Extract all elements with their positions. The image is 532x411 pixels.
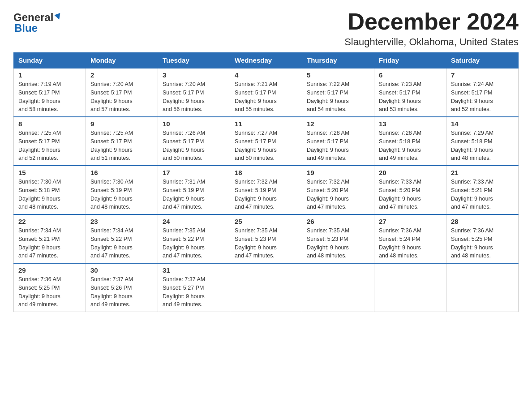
title-area: December 2024 Slaughterville, Oklahoma, … [344, 9, 519, 48]
logo-blue: Blue [13, 22, 38, 34]
calendar-cell: 9Sunrise: 7:25 AM Sunset: 5:17 PM Daylig… [86, 117, 158, 166]
day-info: Sunrise: 7:36 AM Sunset: 5:24 PM Dayligh… [379, 227, 442, 260]
day-info: Sunrise: 7:20 AM Sunset: 5:17 PM Dayligh… [90, 80, 153, 114]
weekday-header-thursday: Thursday [302, 53, 374, 68]
day-info: Sunrise: 7:34 AM Sunset: 5:22 PM Dayligh… [90, 227, 153, 260]
day-info: Sunrise: 7:30 AM Sunset: 5:18 PM Dayligh… [18, 178, 81, 211]
day-info: Sunrise: 7:25 AM Sunset: 5:17 PM Dayligh… [90, 129, 153, 163]
calendar-cell: 15Sunrise: 7:30 AM Sunset: 5:18 PM Dayli… [14, 166, 86, 214]
day-number: 31 [163, 266, 225, 274]
day-info: Sunrise: 7:35 AM Sunset: 5:22 PM Dayligh… [163, 227, 225, 260]
day-info: Sunrise: 7:31 AM Sunset: 5:19 PM Dayligh… [163, 178, 225, 211]
day-number: 7 [451, 71, 514, 79]
calendar-cell: 24Sunrise: 7:35 AM Sunset: 5:22 PM Dayli… [158, 214, 230, 263]
calendar-body: 1Sunrise: 7:19 AM Sunset: 5:17 PM Daylig… [14, 68, 519, 312]
day-number: 9 [90, 120, 153, 128]
calendar-cell: 26Sunrise: 7:35 AM Sunset: 5:23 PM Dayli… [302, 214, 374, 263]
calendar-cell: 28Sunrise: 7:36 AM Sunset: 5:25 PM Dayli… [446, 214, 519, 263]
weekday-header-tuesday: Tuesday [158, 53, 230, 68]
header: General Blue December 2024 Slaughtervill… [13, 9, 519, 48]
day-info: Sunrise: 7:27 AM Sunset: 5:17 PM Dayligh… [235, 129, 297, 163]
day-number: 4 [235, 71, 297, 79]
calendar-week-row: 29Sunrise: 7:36 AM Sunset: 5:25 PM Dayli… [14, 263, 519, 312]
calendar-cell: 5Sunrise: 7:22 AM Sunset: 5:17 PM Daylig… [302, 68, 374, 117]
calendar-cell [374, 263, 446, 312]
weekday-header-sunday: Sunday [14, 53, 86, 68]
calendar-cell: 10Sunrise: 7:26 AM Sunset: 5:17 PM Dayli… [158, 117, 230, 166]
weekday-header-row: SundayMondayTuesdayWednesdayThursdayFrid… [14, 53, 519, 68]
day-number: 11 [235, 120, 297, 128]
calendar-week-row: 1Sunrise: 7:19 AM Sunset: 5:17 PM Daylig… [14, 68, 519, 117]
day-number: 18 [235, 169, 297, 176]
calendar-cell: 30Sunrise: 7:37 AM Sunset: 5:26 PM Dayli… [86, 263, 158, 312]
logo: General Blue [13, 9, 61, 34]
day-number: 10 [163, 120, 225, 128]
calendar-cell: 25Sunrise: 7:35 AM Sunset: 5:23 PM Dayli… [230, 214, 302, 263]
day-info: Sunrise: 7:22 AM Sunset: 5:17 PM Dayligh… [307, 80, 369, 114]
day-info: Sunrise: 7:21 AM Sunset: 5:17 PM Dayligh… [235, 80, 297, 114]
day-info: Sunrise: 7:36 AM Sunset: 5:25 PM Dayligh… [451, 227, 514, 260]
day-info: Sunrise: 7:26 AM Sunset: 5:17 PM Dayligh… [163, 129, 225, 163]
calendar-cell: 21Sunrise: 7:33 AM Sunset: 5:21 PM Dayli… [446, 166, 519, 214]
calendar-cell: 6Sunrise: 7:23 AM Sunset: 5:17 PM Daylig… [374, 68, 446, 117]
day-number: 15 [18, 169, 81, 176]
day-number: 6 [379, 71, 442, 79]
day-info: Sunrise: 7:29 AM Sunset: 5:18 PM Dayligh… [451, 129, 514, 163]
day-number: 20 [379, 169, 442, 176]
page-subtitle: Slaughterville, Oklahoma, United States [344, 36, 519, 48]
calendar-cell: 19Sunrise: 7:32 AM Sunset: 5:20 PM Dayli… [302, 166, 374, 214]
day-number: 12 [307, 120, 369, 128]
calendar-week-row: 22Sunrise: 7:34 AM Sunset: 5:21 PM Dayli… [14, 214, 519, 263]
day-info: Sunrise: 7:33 AM Sunset: 5:20 PM Dayligh… [379, 178, 442, 211]
weekday-header-friday: Friday [374, 53, 446, 68]
calendar-cell: 17Sunrise: 7:31 AM Sunset: 5:19 PM Dayli… [158, 166, 230, 214]
logo-triangle-icon [55, 13, 63, 20]
calendar-cell [302, 263, 374, 312]
day-info: Sunrise: 7:35 AM Sunset: 5:23 PM Dayligh… [307, 227, 369, 260]
day-number: 27 [379, 218, 442, 225]
calendar-cell: 2Sunrise: 7:20 AM Sunset: 5:17 PM Daylig… [86, 68, 158, 117]
day-number: 30 [90, 266, 153, 274]
day-info: Sunrise: 7:24 AM Sunset: 5:17 PM Dayligh… [451, 80, 514, 114]
day-number: 1 [18, 71, 81, 79]
calendar-cell: 29Sunrise: 7:36 AM Sunset: 5:25 PM Dayli… [14, 263, 86, 312]
day-info: Sunrise: 7:23 AM Sunset: 5:17 PM Dayligh… [379, 80, 442, 114]
day-info: Sunrise: 7:37 AM Sunset: 5:26 PM Dayligh… [90, 275, 153, 309]
day-number: 8 [18, 120, 81, 128]
day-number: 2 [90, 71, 153, 79]
day-number: 24 [163, 218, 225, 225]
calendar-week-row: 8Sunrise: 7:25 AM Sunset: 5:17 PM Daylig… [14, 117, 519, 166]
calendar-table: SundayMondayTuesdayWednesdayThursdayFrid… [13, 52, 519, 312]
day-info: Sunrise: 7:28 AM Sunset: 5:18 PM Dayligh… [379, 129, 442, 163]
day-info: Sunrise: 7:36 AM Sunset: 5:25 PM Dayligh… [18, 275, 81, 309]
day-info: Sunrise: 7:34 AM Sunset: 5:21 PM Dayligh… [18, 227, 81, 260]
calendar-cell: 31Sunrise: 7:37 AM Sunset: 5:27 PM Dayli… [158, 263, 230, 312]
calendar-cell: 20Sunrise: 7:33 AM Sunset: 5:20 PM Dayli… [374, 166, 446, 214]
calendar-cell: 16Sunrise: 7:30 AM Sunset: 5:19 PM Dayli… [86, 166, 158, 214]
day-number: 19 [307, 169, 369, 176]
day-info: Sunrise: 7:25 AM Sunset: 5:17 PM Dayligh… [18, 129, 81, 163]
calendar-cell: 1Sunrise: 7:19 AM Sunset: 5:17 PM Daylig… [14, 68, 86, 117]
weekday-header-monday: Monday [86, 53, 158, 68]
day-info: Sunrise: 7:32 AM Sunset: 5:19 PM Dayligh… [235, 178, 297, 211]
day-number: 25 [235, 218, 297, 225]
calendar-cell: 3Sunrise: 7:20 AM Sunset: 5:17 PM Daylig… [158, 68, 230, 117]
day-number: 5 [307, 71, 369, 79]
calendar-cell: 13Sunrise: 7:28 AM Sunset: 5:18 PM Dayli… [374, 117, 446, 166]
day-number: 22 [18, 218, 81, 225]
day-number: 16 [90, 169, 153, 176]
calendar-cell: 11Sunrise: 7:27 AM Sunset: 5:17 PM Dayli… [230, 117, 302, 166]
calendar-cell: 27Sunrise: 7:36 AM Sunset: 5:24 PM Dayli… [374, 214, 446, 263]
page-title: December 2024 [344, 9, 519, 34]
day-info: Sunrise: 7:35 AM Sunset: 5:23 PM Dayligh… [235, 227, 297, 260]
day-info: Sunrise: 7:30 AM Sunset: 5:19 PM Dayligh… [90, 178, 153, 211]
day-number: 14 [451, 120, 514, 128]
weekday-header-saturday: Saturday [446, 53, 519, 68]
day-number: 29 [18, 266, 81, 274]
calendar-cell: 18Sunrise: 7:32 AM Sunset: 5:19 PM Dayli… [230, 166, 302, 214]
calendar-cell: 8Sunrise: 7:25 AM Sunset: 5:17 PM Daylig… [14, 117, 86, 166]
day-info: Sunrise: 7:19 AM Sunset: 5:17 PM Dayligh… [18, 80, 81, 114]
calendar-cell [446, 263, 519, 312]
day-number: 13 [379, 120, 442, 128]
day-number: 21 [451, 169, 514, 176]
